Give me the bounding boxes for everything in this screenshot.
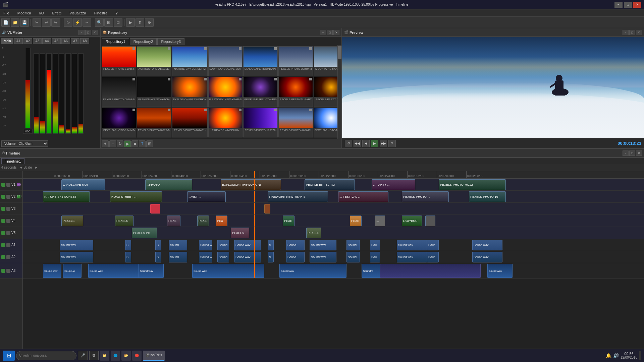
repo-item-17[interactable]: PEXELS-PHOTO-167491-: [172, 108, 208, 137]
clip-v1-1[interactable]: LANDSCAPE-MOI: [61, 179, 105, 190]
vu-tab-a4[interactable]: A4: [42, 38, 51, 44]
vumeter-close[interactable]: ✕: [92, 30, 98, 35]
repo-item-13[interactable]: PEOPLE-FESTIVAL-PART: [278, 77, 313, 107]
repo-add-button[interactable]: +: [102, 140, 109, 147]
settings-button[interactable]: ⚙: [145, 18, 154, 27]
preview-close[interactable]: ✕: [636, 30, 642, 35]
cortana-button[interactable]: 🎤: [78, 351, 88, 360]
clip-a2-15[interactable]: Sound.wav: [472, 252, 502, 262]
repo-stop-button[interactable]: ■: [131, 140, 138, 147]
taskbar-ivedit[interactable]: 🎬 ivsEdits: [143, 351, 165, 361]
zoom-button[interactable]: 🔍: [95, 18, 104, 27]
clip-a2-11[interactable]: Sound.: [346, 252, 360, 262]
repo-scrollbar-thumb[interactable]: [338, 46, 341, 59]
clip-v5-1[interactable]: PEXELS-PH: [132, 228, 157, 238]
clip-v4-5[interactable]: PEX: [216, 216, 227, 226]
clip-a1-10[interactable]: Sound.wav: [310, 240, 336, 250]
tray-network[interactable]: 🔔: [606, 353, 611, 358]
preview-end-button[interactable]: ⟳: [388, 140, 396, 147]
repo-item-1[interactable]: PEXELS-PHOTO-119564-: [102, 46, 136, 76]
a3-lock[interactable]: [6, 269, 10, 273]
preview-maximize[interactable]: □: [629, 30, 635, 35]
maximize-button[interactable]: □: [624, 2, 632, 8]
vumeter-minimize[interactable]: −: [78, 30, 85, 35]
clip-v4-1[interactable]: PEXELS: [61, 216, 83, 226]
clip-a3-4[interactable]: Sound.wav: [139, 264, 164, 278]
preview-stepback-button[interactable]: ◀: [362, 140, 370, 147]
clip-a2-2[interactable]: S: [125, 252, 131, 262]
scale-dec-button[interactable]: ◄ Scale: [19, 166, 32, 169]
v1-eye[interactable]: [1, 183, 5, 187]
repo-item-9[interactable]: FASHION-WRISTWATCH-: [137, 77, 171, 107]
preview-minimize[interactable]: −: [623, 30, 629, 35]
taskbar-redcircle[interactable]: 🔴: [132, 351, 142, 361]
vu-tab-a8[interactable]: A8: [80, 38, 89, 44]
timeline-close[interactable]: ✕: [636, 150, 642, 156]
vumeter-maximize[interactable]: □: [85, 30, 91, 35]
v2-eye[interactable]: [1, 195, 5, 199]
a2-eye[interactable]: [1, 255, 5, 259]
clip-v5-2[interactable]: PEXELS-: [231, 228, 249, 238]
clip-a3-5[interactable]: Sound.wav: [192, 264, 264, 278]
repo-remove-button[interactable]: −: [109, 140, 116, 147]
clip-v4-6[interactable]: PEXE: [283, 216, 294, 226]
repo-item-10[interactable]: EXPLOSION-FIREWORK-K: [172, 77, 208, 107]
clip-v2-7[interactable]: PEXELS-PHOTO-16-: [469, 191, 506, 202]
save-button[interactable]: 💾: [20, 18, 29, 27]
clip-a1-9[interactable]: Sound: [286, 240, 305, 250]
clip-a1-1[interactable]: Sound.wav: [60, 240, 93, 250]
scissors-button[interactable]: ✂: [33, 18, 41, 27]
clip-a2-4[interactable]: Sound: [169, 252, 187, 262]
undo-button[interactable]: ↩: [42, 18, 51, 27]
clip-v5-3[interactable]: PEXELS: [306, 228, 321, 238]
repo-minimize[interactable]: −: [320, 30, 326, 35]
preview-play-button[interactable]: ▶: [371, 140, 378, 147]
clip-v4-3[interactable]: PEXE: [167, 216, 180, 226]
vu-tab-main[interactable]: Main: [1, 38, 13, 44]
repo-item-11[interactable]: FIREWORK-NEW-YEAR-S: [208, 77, 243, 107]
taskbar-folder[interactable]: 📂: [121, 351, 131, 361]
clip-a1-4[interactable]: Sound: [169, 240, 187, 250]
clip-a1-6[interactable]: Sound: [217, 240, 229, 250]
repo-close[interactable]: ✕: [333, 30, 339, 35]
start-button[interactable]: ⊞: [3, 351, 15, 361]
repo-item-3[interactable]: NATURE-SKY-SUNSET-M: [172, 46, 208, 76]
clip-a3-6[interactable]: Sound.wav: [279, 264, 346, 278]
clip-v4-10[interactable]: [425, 216, 435, 226]
clip-v1-5[interactable]: ...-PARTY-...: [372, 179, 415, 190]
v1-lock[interactable]: [6, 183, 10, 187]
clip-a1-7[interactable]: Sound.wav: [234, 240, 261, 250]
vu-tab-a7[interactable]: A7: [71, 38, 79, 44]
a2-lock[interactable]: [6, 255, 10, 259]
clip-a2-7[interactable]: Sound.wav: [234, 252, 261, 262]
a3-eye[interactable]: [1, 269, 5, 273]
redo-button[interactable]: ↪: [51, 18, 60, 27]
clip-v2-4[interactable]: FIREWORK-NEW-YEAR-S-: [268, 191, 328, 202]
clip-a1-11[interactable]: Sound.: [346, 240, 360, 250]
repo-maximize[interactable]: □: [327, 30, 333, 35]
task-view-button[interactable]: ⧉: [89, 351, 99, 360]
a1-lock[interactable]: [6, 243, 10, 247]
timeline-minimize[interactable]: −: [623, 150, 629, 156]
repo-item-15[interactable]: PEXELS-PHOTO-154147-: [102, 108, 136, 137]
clip-a1-13[interactable]: Sound.wav: [397, 240, 427, 250]
repo-item-12[interactable]: PEOPLE-EIFFEL-TOWER-: [243, 77, 278, 107]
clip-a1-12[interactable]: Sou: [370, 240, 380, 250]
a1-eye[interactable]: [1, 243, 5, 247]
clip-a3-2[interactable]: Sound.w: [63, 264, 82, 278]
repo-text-button[interactable]: T: [139, 140, 146, 147]
menu-finestre[interactable]: Finestre: [92, 10, 110, 16]
repo-item-20[interactable]: PEXELS-PHOTO-169647-: [278, 108, 313, 137]
clip-a2-8[interactable]: S: [268, 252, 274, 262]
tl-tab-1[interactable]: Timeline1: [1, 158, 24, 164]
clip-v3-1[interactable]: [150, 204, 160, 214]
taskbar-explorer[interactable]: 📁: [100, 351, 109, 361]
clip-a1-5[interactable]: Sound.w: [199, 240, 212, 250]
clip-v1-3[interactable]: EXPLOSION-FIREWORK-NI: [221, 179, 281, 190]
repo-item-6[interactable]: PEXELS-PHOTO-29859-M: [278, 46, 313, 76]
tray-clock[interactable]: 00:56 12/09/2016: [621, 352, 637, 359]
menu-help[interactable]: ?: [113, 10, 119, 16]
close-button[interactable]: ✕: [633, 2, 641, 8]
clip-a2-10[interactable]: Sound.wav: [310, 252, 336, 262]
repo-grid-button[interactable]: ⊞: [146, 140, 153, 147]
